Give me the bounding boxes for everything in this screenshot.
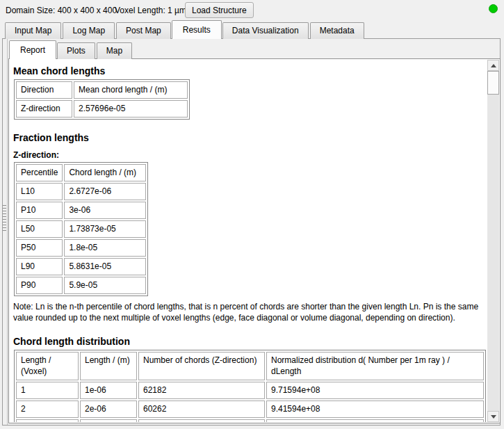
report-panel: Mean chord lengths Direction Mean chord …	[8, 58, 501, 423]
table-cell: L90	[16, 258, 63, 275]
table-header-row: Direction Mean chord length / (m)	[16, 81, 188, 99]
table-cell: 57953	[138, 419, 265, 422]
scroll-up-icon	[491, 64, 496, 67]
table-cell: 2e-06	[80, 400, 137, 418]
tab-post-map[interactable]: Post Map	[116, 22, 171, 39]
table-cell: P90	[16, 277, 63, 294]
table-header-cell: Mean chord length / (m)	[74, 81, 188, 99]
table-header-row: Percentile Chord length / (m)	[16, 164, 146, 181]
table-cell: 1	[16, 382, 79, 399]
table-cell: 2.57696e-05	[74, 100, 188, 118]
tab-results[interactable]: Results	[172, 20, 222, 39]
table-cell: 1e-06	[80, 382, 137, 399]
table-cell: L10	[16, 183, 63, 200]
results-sub-tab-bar: Report Plots Map	[10, 40, 133, 59]
splitter-line	[7, 39, 8, 425]
table-cell: 2	[16, 400, 79, 418]
fraction-lengths-table: Percentile Chord length / (m) L10 2.6727…	[14, 162, 148, 296]
tab-report[interactable]: Report	[9, 40, 56, 59]
tab-map[interactable]: Map	[97, 42, 132, 59]
table-header-cell: Normalized distribution d( Number per 1m…	[266, 352, 484, 380]
chord-length-distribution-table: Length / (Voxel) Length / (m) Number of …	[14, 350, 486, 422]
scrollbar-thumb[interactable]	[487, 71, 499, 95]
tab-input-map[interactable]: Input Map	[5, 22, 61, 39]
mean-chord-lengths-heading: Mean chord lengths	[13, 65, 487, 76]
table-cell: 3e-06	[80, 419, 137, 422]
tab-plots[interactable]: Plots	[57, 42, 95, 59]
mean-chord-lengths-table: Direction Mean chord length / (m) Z-dire…	[14, 79, 190, 120]
table-cell: 5.9e-05	[64, 277, 146, 294]
table-cell: 9.71594e+08	[266, 382, 484, 399]
table-cell: 3	[16, 419, 79, 422]
table-row: P10 3e-06	[16, 202, 146, 219]
table-cell: P10	[16, 202, 63, 219]
splitter-handle[interactable]	[3, 205, 7, 232]
z-direction-subheading: Z-direction:	[13, 150, 487, 160]
table-cell: 3e-06	[64, 202, 146, 219]
main-tab-bar: Input Map Log Map Post Map Results Data …	[5, 20, 366, 39]
table-header-row: Length / (Voxel) Length / (m) Number of …	[16, 352, 484, 380]
table-cell: P50	[16, 239, 63, 257]
table-row: P90 5.9e-05	[16, 277, 146, 294]
table-cell: Z-direction	[16, 100, 72, 118]
table-cell: L50	[16, 220, 63, 238]
table-cell: 9.05516e+08	[266, 419, 484, 422]
report-content: Mean chord lengths Direction Mean chord …	[10, 60, 487, 422]
chord-length-distribution-heading: Chord length distribution	[13, 336, 487, 347]
vertical-scrollbar[interactable]	[487, 60, 499, 422]
table-row: 1 1e-06 62182 9.71594e+08	[16, 382, 484, 399]
table-row: L90 5.8631e-05	[16, 258, 146, 275]
table-header-cell: Length / (Voxel)	[16, 352, 79, 380]
table-row: L50 1.73873e-05	[16, 220, 146, 238]
table-header-cell: Length / (m)	[80, 352, 137, 380]
tab-data-visualization[interactable]: Data Visualization	[222, 22, 309, 39]
table-cell: 1.8e-05	[64, 239, 146, 257]
voxel-length-label: Voxel Length: 1 µm	[115, 6, 186, 15]
table-cell: 62182	[138, 382, 265, 399]
percentile-note-text: Note: Ln is the n-th percentile of chord…	[13, 302, 485, 323]
table-row: Z-direction 2.57696e-05	[16, 100, 188, 118]
scroll-down-icon	[491, 415, 496, 419]
table-row: L10 2.6727e-06	[16, 183, 146, 200]
table-row: 3 3e-06 57953 9.05516e+08	[16, 419, 484, 422]
table-row: 2 2e-06 60262 9.41594e+08	[16, 400, 484, 418]
domain-size-label: Domain Size: 400 x 400 x 400	[6, 6, 117, 15]
table-cell: 60262	[138, 400, 265, 418]
load-structure-button[interactable]: Load Structure	[185, 2, 254, 18]
table-header-cell: Chord length / (m)	[64, 164, 146, 181]
table-cell: 1.73873e-05	[64, 220, 146, 238]
scroll-up-button[interactable]	[487, 60, 499, 71]
table-cell: 2.6727e-06	[64, 183, 146, 200]
tab-log-map[interactable]: Log Map	[63, 22, 115, 39]
table-header-cell: Number of chords (Z-direction)	[138, 352, 265, 380]
table-cell: 9.41594e+08	[266, 400, 484, 418]
scroll-down-button[interactable]	[487, 411, 499, 422]
top-toolbar: Domain Size: 400 x 400 x 400 Voxel Lengt…	[0, 0, 504, 20]
table-cell: 5.8631e-05	[64, 258, 146, 275]
table-header-cell: Direction	[16, 81, 72, 99]
fraction-lengths-heading: Fraction lengths	[13, 132, 487, 143]
status-dot-icon	[489, 4, 498, 13]
table-row: P50 1.8e-05	[16, 239, 146, 257]
tab-metadata[interactable]: Metadata	[310, 22, 364, 39]
table-header-cell: Percentile	[16, 164, 63, 181]
